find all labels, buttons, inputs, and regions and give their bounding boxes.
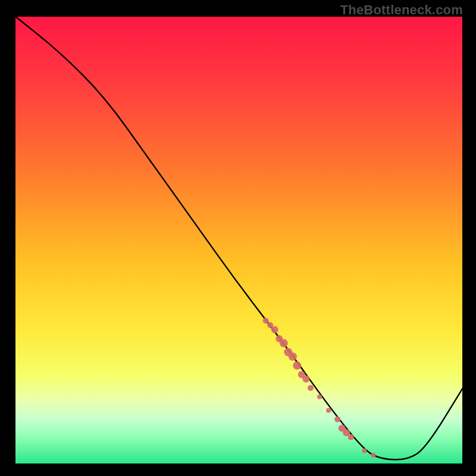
scatter-point — [289, 352, 297, 361]
watermark-text: TheBottleneck.com — [340, 2, 463, 18]
scatter-point — [348, 434, 354, 440]
scatter-point — [326, 408, 331, 413]
scatter-point — [271, 326, 278, 333]
scatter-point — [308, 385, 314, 391]
scatter-point — [317, 394, 322, 399]
bottleneck-chart — [0, 0, 476, 476]
scatter-point — [334, 416, 340, 422]
scatter-point — [302, 375, 309, 383]
scatter-point — [263, 318, 269, 324]
scatter-point — [280, 339, 288, 347]
scatter-point — [362, 448, 367, 453]
plot-background — [15, 16, 463, 464]
scatter-point — [371, 453, 375, 458]
scatter-point — [293, 361, 301, 369]
chart-container: TheBottleneck.com — [0, 0, 476, 476]
